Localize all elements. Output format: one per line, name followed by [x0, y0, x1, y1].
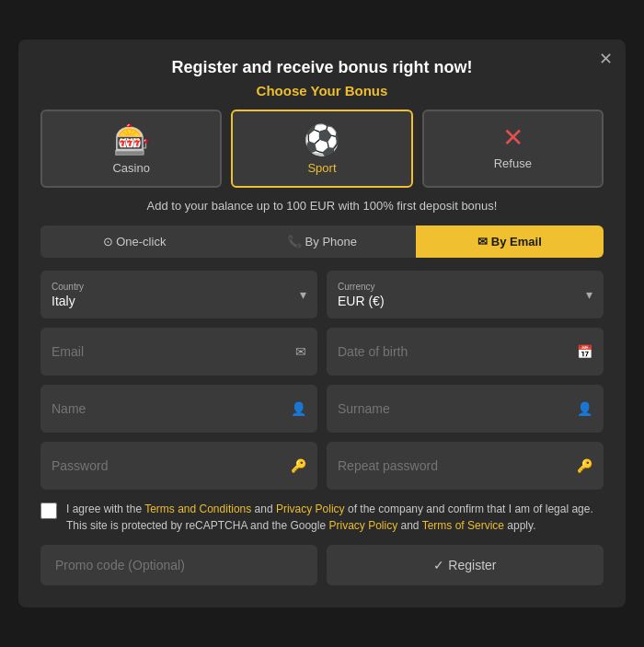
person-icon2: 👤 [577, 401, 592, 416]
modal-title: Register and receive bonus right now! [40, 58, 604, 77]
currency-field[interactable]: Currency EUR (€) ▾ [327, 271, 604, 318]
bonus-sport[interactable]: ⚽ Sport [231, 110, 412, 188]
person-icon: 👤 [291, 401, 306, 416]
repeat-password-input[interactable] [338, 458, 592, 473]
bonus-casino[interactable]: 🎰 Casino [40, 110, 222, 188]
row-email-dob: ✉ 📅 [40, 328, 604, 375]
country-value: Italy [52, 294, 306, 308]
chevron-down-icon2: ▾ [586, 287, 592, 302]
casino-label: Casino [112, 161, 149, 175]
registration-tabs: ⊙ One-click 📞 By Phone ✉ By Email [40, 225, 604, 258]
tab-by-phone[interactable]: 📞 By Phone [228, 225, 416, 258]
choose-bonus-label: Choose Your Bonus [40, 83, 604, 98]
tab-one-click[interactable]: ⊙ One-click [40, 225, 228, 258]
promo-input[interactable] [40, 545, 317, 585]
chevron-down-icon: ▾ [300, 287, 306, 302]
row-password-repeat: 🔑 🔑 [40, 442, 604, 490]
terms-link[interactable]: Terms and Conditions [144, 503, 251, 515]
currency-value: EUR (€) [338, 294, 592, 308]
name-input[interactable] [52, 401, 306, 416]
sport-label: Sport [307, 161, 336, 175]
modal-overlay: ✕ Register and receive bonus right now! … [0, 0, 644, 647]
dob-input[interactable] [338, 344, 592, 359]
tos-link[interactable]: Terms of Service [422, 519, 504, 532]
refuse-label: Refuse [494, 156, 532, 170]
privacy-link[interactable]: Privacy Policy [276, 503, 345, 515]
currency-label: Currency [338, 282, 592, 292]
close-button[interactable]: ✕ [599, 51, 613, 67]
checkbox-text-5: apply. [504, 519, 535, 532]
sport-icon: ⚽ [240, 122, 403, 157]
bonus-refuse[interactable]: ✕ Refuse [422, 110, 604, 188]
password-input[interactable] [52, 458, 306, 473]
key-icon: 🔑 [291, 458, 306, 473]
terms-checkbox-row: I agree with the Terms and Conditions an… [40, 501, 604, 534]
calendar-icon: 📅 [577, 344, 592, 359]
repeat-password-field-container: 🔑 [327, 442, 604, 490]
key-icon2: 🔑 [577, 458, 592, 473]
tab-by-email[interactable]: ✉ By Email [416, 225, 604, 258]
country-label: Country [52, 282, 306, 292]
email-field-container: ✉ [40, 328, 317, 375]
surname-field-container: 👤 [327, 385, 604, 433]
country-field[interactable]: Country Italy ▾ [40, 271, 317, 318]
row-country-currency: Country Italy ▾ Currency EUR (€) ▾ [40, 271, 604, 318]
bonus-options: 🎰 Casino ⚽ Sport ✕ Refuse [40, 110, 604, 188]
modal: ✕ Register and receive bonus right now! … [18, 40, 626, 607]
agree-checkbox[interactable] [40, 503, 57, 519]
bonus-description: Add to your balance up to 100 EUR with 1… [40, 199, 604, 213]
row-name-surname: 👤 👤 [40, 385, 604, 433]
email-icon: ✉ [295, 344, 306, 359]
checkbox-text-2: and [251, 503, 276, 515]
privacy-link2[interactable]: Privacy Policy [328, 519, 397, 532]
bottom-row: ✓ Register [40, 545, 604, 585]
dob-field-container: 📅 [327, 328, 604, 375]
refuse-icon: ✕ [431, 122, 594, 153]
surname-input[interactable] [338, 401, 592, 416]
password-field-container: 🔑 [40, 442, 317, 490]
name-field-container: 👤 [40, 385, 317, 433]
email-input[interactable] [52, 344, 306, 359]
terms-text: I agree with the Terms and Conditions an… [66, 501, 604, 534]
register-button[interactable]: ✓ Register [327, 545, 604, 585]
checkbox-text-1: I agree with the [66, 503, 144, 515]
checkbox-text-4: and [397, 519, 421, 532]
casino-icon: 🎰 [50, 122, 213, 157]
